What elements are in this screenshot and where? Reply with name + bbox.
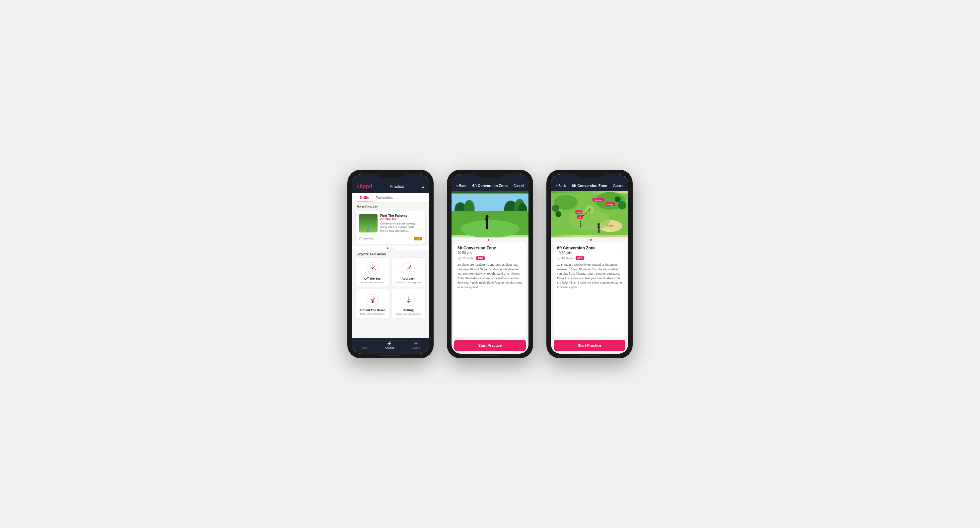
phone-3: < Back 6ft Conversion Zone Cancel <box>546 170 633 358</box>
tab-drills[interactable]: Drills <box>356 193 372 202</box>
svg-point-31 <box>486 215 489 218</box>
arg-badge-2: ARG <box>476 256 485 260</box>
nav-activities[interactable]: ⚡ Activities <box>385 341 394 349</box>
nav-home-label: Home <box>361 347 367 349</box>
drill-image-2 <box>452 191 528 238</box>
card-footer: 🕐 10 shots OTT <box>359 235 422 241</box>
shots-row-3: 🕐 20 shots <box>557 257 573 260</box>
phone-notch <box>377 170 404 178</box>
skill-desc-putting: Make and lag practice <box>396 313 421 316</box>
svg-text:Rough: Rough <box>608 204 613 206</box>
back-button-2[interactable]: < Back <box>456 184 466 188</box>
drill-header-title-2: 6ft Conversion Zone <box>473 183 508 188</box>
svg-point-17 <box>372 297 374 298</box>
svg-point-42 <box>555 211 561 217</box>
svg-point-57 <box>598 223 600 225</box>
dot-2 <box>390 247 391 249</box>
phone-1-screen: clippd Practice ≡ Drills Favourites Most… <box>352 174 429 354</box>
phone2-content: ♡ 6ft Conversion Zone 10-50 yds 🕐 20 sho… <box>452 191 528 354</box>
putting-icon <box>401 293 416 307</box>
clock-icon-3: 🕐 <box>557 257 561 260</box>
start-practice-button-3[interactable]: Start Practice <box>554 340 625 351</box>
svg-line-6 <box>372 268 376 270</box>
heart-icon-3[interactable]: ♡ <box>618 246 622 250</box>
golf-photo <box>452 191 528 238</box>
drill-image-3: Miss Hit Fairway Rough SAND <box>551 191 628 238</box>
drill-meta-3: 🕐 20 shots ARG <box>557 256 622 260</box>
svg-point-11 <box>410 265 411 266</box>
svg-point-44 <box>615 196 621 202</box>
tabs-bar: Drills Favourites <box>352 193 429 203</box>
svg-text:Miss: Miss <box>577 211 581 214</box>
svg-point-22 <box>408 297 409 298</box>
shots-count: 10 shots <box>364 237 374 240</box>
skill-card-atg[interactable]: Around The Green Hone your short game <box>355 289 390 319</box>
nav-home[interactable]: ⌂ Home <box>361 341 367 349</box>
svg-point-43 <box>618 201 626 209</box>
img-dot-1 <box>488 239 489 241</box>
svg-rect-61 <box>598 230 599 233</box>
phone-3-screen: < Back 6ft Conversion Zone Cancel <box>551 174 628 354</box>
home-bar <box>380 355 401 356</box>
img-dot-3-1 <box>587 239 589 241</box>
detail-card-3: ♡ 6ft Conversion Zone 10-50 yds 🕐 20 sho… <box>554 242 625 337</box>
featured-drill-card[interactable]: ♡ 🏌️ Find The Fairway Off The Tee Create… <box>355 210 426 244</box>
phone1-content: Most Popular ♡ 🏌️ Find The Fairway Off T… <box>352 203 429 338</box>
skill-card-putting[interactable]: Putting Make and lag practice <box>391 289 426 319</box>
skill-card-approach[interactable]: Approach Dial-in to hit the green <box>391 257 426 287</box>
clock-icon-2: 🕐 <box>458 257 461 260</box>
phone3-content: Miss Hit Fairway Rough SAND <box>551 191 628 354</box>
cancel-button-3[interactable]: Cancel <box>613 184 624 188</box>
card-top: 🏌️ Find The Fairway Off The Tee Create a… <box>359 214 422 233</box>
skill-card-off-the-tee[interactable]: Off The Tee Power and accuracy <box>355 257 390 287</box>
home-icon: ⌂ <box>363 341 365 346</box>
detail-card-2: ♡ 6ft Conversion Zone 10-50 yds 🕐 20 sho… <box>454 242 526 337</box>
tab-favourites[interactable]: Favourites <box>372 193 396 202</box>
svg-point-30 <box>460 220 520 238</box>
svg-text:SAND: SAND <box>607 225 613 227</box>
home-bar-2 <box>480 355 500 356</box>
card-description: Create an imaginary fairway using trees … <box>380 222 422 233</box>
svg-point-13 <box>367 294 379 306</box>
image-dots-3 <box>551 238 628 242</box>
scene: clippd Practice ≡ Drills Favourites Most… <box>334 150 646 378</box>
phone-notch-2 <box>477 170 503 178</box>
approach-icon <box>401 261 416 276</box>
menu-icon[interactable]: ≡ <box>422 184 424 189</box>
most-popular-label: Most Popular <box>352 203 429 210</box>
nav-capture[interactable]: ⊕ Capture <box>412 341 420 349</box>
svg-point-21 <box>408 298 409 300</box>
card-body: Find The Fairway Off The Tee Create an i… <box>380 214 422 233</box>
svg-point-15 <box>374 298 375 299</box>
map-image: Miss Hit Fairway Rough SAND <box>551 191 628 238</box>
shots-count-2: 20 shots <box>462 257 473 260</box>
svg-text:Fairway: Fairway <box>595 199 602 201</box>
svg-point-14 <box>372 301 374 303</box>
home-bar-3 <box>579 355 600 356</box>
nav-activities-label: Activities <box>385 347 394 349</box>
atg-icon <box>365 293 380 307</box>
skill-desc-ott: Power and accuracy <box>361 281 384 284</box>
card-image: 🏌️ <box>359 214 377 233</box>
svg-point-41 <box>552 204 559 212</box>
drill-title-2: 6ft Conversion Zone <box>458 246 522 250</box>
shots-row-2: 🕐 20 shots <box>458 257 473 260</box>
dot-1 <box>387 247 388 249</box>
nav-capture-label: Capture <box>412 347 420 349</box>
back-button-3[interactable]: < Back <box>556 184 566 188</box>
shots-info: 🕐 10 shots <box>359 237 374 241</box>
card-subtitle: Off The Tee <box>380 217 422 221</box>
heart-icon-2[interactable]: ♡ <box>519 246 522 250</box>
cancel-button-2[interactable]: Cancel <box>514 184 524 188</box>
skill-desc-atg: Hone your short game <box>360 313 385 316</box>
phone-1: clippd Practice ≡ Drills Favourites Most… <box>347 170 434 358</box>
heart-icon[interactable]: ♡ <box>418 214 422 219</box>
start-practice-button-2[interactable]: Start Practice <box>454 340 526 351</box>
drill-meta-2: 🕐 20 shots ARG <box>458 256 522 260</box>
phone-2: < Back 6ft Conversion Zone Cancel <box>447 170 533 358</box>
ott-badge: OTT <box>414 237 422 241</box>
capture-icon: ⊕ <box>414 341 418 346</box>
drill-description-2: 20 shots are randomly generated at dista… <box>458 263 522 290</box>
dot-3 <box>393 247 395 249</box>
drill-description-3: 20 shots are randomly generated at dista… <box>557 263 622 290</box>
